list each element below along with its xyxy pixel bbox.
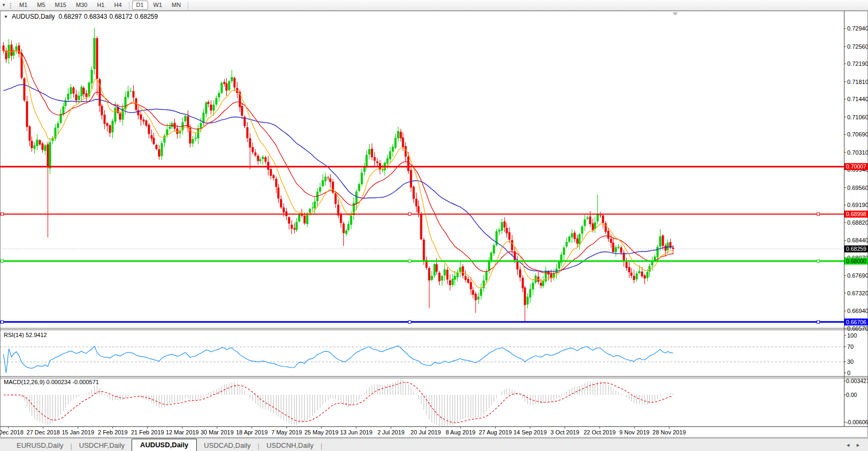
candle-body [265,157,267,162]
candle-body [382,170,384,170]
candle-body [400,132,402,138]
price-axis-label: 0.67690 [847,272,868,279]
scroll-right-icon[interactable]: ► [856,442,866,448]
candle-body [371,149,373,157]
candle-body [216,98,218,104]
candle-body [589,217,592,224]
date-axis-label: 8 Aug 2019 [445,429,475,435]
candle-body [574,233,576,239]
candle-body [322,180,324,186]
timeframe-button-m5[interactable]: M5 [33,1,49,10]
candle-body [36,140,39,146]
candle-body [348,224,350,230]
candle-body [571,233,573,238]
candle-body [618,247,620,248]
timeframe-button-m30[interactable]: M30 [72,1,91,10]
candle-body [608,231,610,239]
price-axis-label: 0.66940 [847,308,868,314]
candle-body [280,199,282,207]
candle-body [67,94,70,100]
chart-tab-usdchf[interactable]: USDCHF,Daily [72,440,132,451]
candle-body [581,226,583,233]
candle-body [511,240,513,250]
chart-window-background [0,11,868,438]
timeframe-button-h4[interactable]: H4 [110,1,126,10]
candle-body [569,236,571,242]
scroll-left-icon[interactable]: ◄ [846,442,856,448]
candle-body [312,208,314,208]
hline-handle[interactable] [817,320,820,323]
hline-handle[interactable] [409,320,411,323]
candle-body [431,276,433,280]
candle-body [57,123,59,128]
price-axis-label: 0.72190 [847,60,868,67]
hline-handle[interactable] [1,320,4,323]
candle-body [109,125,111,133]
chart-menu-dropdown-icon[interactable]: ▼ [0,3,7,7]
timeframe-button-h1[interactable]: H1 [93,1,109,10]
chart-tab-eurusd[interactable]: EURUSD,Daily [10,440,70,451]
candle-body [148,125,150,134]
candle-body [16,47,18,50]
candle-body [166,129,168,135]
candle-body [478,296,480,299]
rsi-axis-label: 0 [847,370,850,376]
candle-body [153,138,155,144]
candle-body [545,271,547,281]
candle-body [529,289,532,297]
candle-body [319,187,321,192]
ohlc-close: 0.68259 [135,13,158,20]
timeframe-button-mn[interactable]: MN [167,1,185,10]
hline-handle[interactable] [1,260,4,263]
candle-body [368,149,371,155]
chart-tab-usdcnh[interactable]: USDCNH,Daily [259,440,320,451]
timeframe-button-w1[interactable]: W1 [149,1,167,10]
candle-body [75,94,78,100]
candle-body [392,147,394,151]
chart-canvas[interactable]: 0.729400.725600.721900.718100.714400.710… [0,0,868,451]
candle-body [350,216,352,225]
date-axis-label: 21 Feb 2019 [131,429,164,435]
timeframe-button-m1[interactable]: M1 [15,1,32,10]
hline-handle[interactable] [817,260,820,263]
date-axis-label: 14 Sep 2019 [513,429,547,435]
candle-body [106,123,109,126]
candle-body [49,142,51,169]
candle-body [592,224,594,230]
hline-handle[interactable] [409,213,411,216]
candle-body [156,145,158,149]
candle-body [420,214,423,239]
macd-axis-label: 0.003421 [846,378,868,384]
symbol-dropdown-icon[interactable]: ▼ [4,14,8,19]
candle-body [444,269,446,276]
candle-body [441,276,443,281]
candle-body [259,159,262,161]
candle-body [436,264,438,272]
candle-body [498,230,501,231]
candle-body [423,240,425,261]
candle-body [517,261,519,270]
hline-handle[interactable] [1,213,4,216]
toolbar-grip[interactable] [9,2,12,9]
hline-handle[interactable] [817,213,820,216]
candle-body [519,270,521,278]
candle-body [387,158,389,164]
date-axis-label: 8 Dec 2018 [0,429,24,435]
candle-body [641,272,643,277]
candle-body [657,247,659,257]
candle-body [628,267,631,272]
timeframe-button-m15[interactable]: M15 [51,1,71,10]
price-axis-label: 0.72560 [847,43,868,50]
candle-body [63,106,65,114]
date-axis-label: 25 May 2019 [304,429,339,435]
chart-tab-usdcad[interactable]: USDCAD,Daily [197,440,257,451]
candle-body [480,288,482,295]
candle-body [200,123,202,128]
timeframe-button-d1[interactable]: D1 [132,1,148,10]
chart-tab-audusd[interactable]: AUDUSD,Daily [132,439,197,451]
candle-body [506,228,508,233]
price-axis-label: 0.70690 [847,131,868,137]
rsi-axis-label: 30 [847,358,854,365]
price-tag-text: 0.68000 [846,258,866,264]
hline-handle[interactable] [409,260,411,263]
